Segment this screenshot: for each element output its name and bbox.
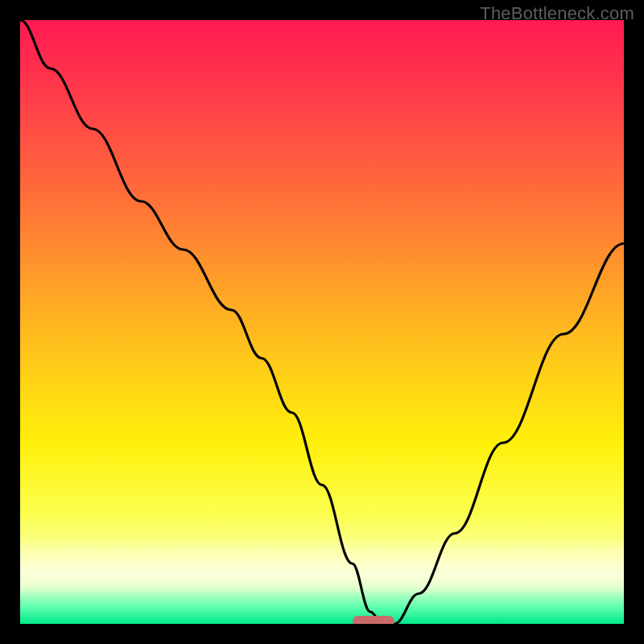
optimal-marker <box>353 616 395 624</box>
chart-frame: TheBottleneck.com <box>0 0 644 644</box>
gradient-plot-area <box>20 20 624 624</box>
bottleneck-curve-svg <box>20 20 624 624</box>
bottleneck-curve-path <box>20 20 624 624</box>
